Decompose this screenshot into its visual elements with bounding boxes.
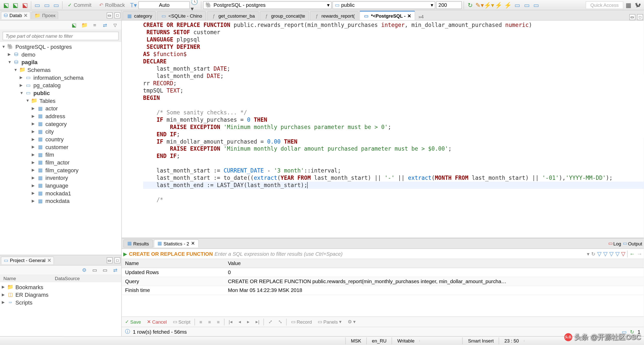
filter2-icon[interactable]: ▽: [603, 250, 608, 257]
table-node[interactable]: ▶▦film: [0, 151, 121, 158]
gear-icon[interactable]: ⚙: [80, 266, 89, 274]
history-icon[interactable]: 🕓▾: [191, 1, 199, 9]
prev-icon[interactable]: ◂: [237, 319, 243, 325]
projects-tab[interactable]: 📁Проек: [31, 11, 58, 19]
script-button[interactable]: ▭ Script: [171, 319, 192, 325]
table-node[interactable]: ▶▦category: [0, 120, 121, 128]
copy-icon[interactable]: ▭: [622, 329, 627, 335]
schema-node[interactable]: ▶▭pg_catalog: [0, 81, 121, 89]
menu-icon[interactable]: ▽: [111, 21, 119, 29]
database-node[interactable]: ▼⛁pagila: [0, 58, 121, 66]
add2-icon[interactable]: ▭: [101, 266, 109, 274]
save-button[interactable]: ✓ Save: [123, 319, 143, 325]
maximize-icon[interactable]: □: [114, 12, 120, 18]
collapse-icon[interactable]: =: [90, 21, 99, 29]
tables-node[interactable]: ▼📁Tables: [0, 97, 121, 105]
output-button[interactable]: ▭Output: [623, 241, 642, 246]
database-navigator-tab[interactable]: ⛁Datab✕: [1, 11, 30, 19]
minimize-icon[interactable]: ▭: [107, 257, 113, 263]
schema-node[interactable]: ▼▭public: [0, 89, 121, 97]
table-node[interactable]: ▶▦city: [0, 127, 121, 135]
edit2-icon[interactable]: ≡: [207, 319, 213, 325]
zoom-out-icon[interactable]: ⤡: [276, 319, 284, 325]
dbeaver-perspective-icon[interactable]: 🐿: [634, 1, 642, 9]
edit1-icon[interactable]: ≡: [198, 319, 204, 325]
editor-tab-category[interactable]: ▦category: [123, 11, 156, 20]
last-icon[interactable]: ▸|: [254, 319, 261, 325]
perspective-icon[interactable]: ▦: [624, 1, 633, 9]
refresh-results-icon[interactable]: ↻: [630, 329, 634, 335]
panels-button[interactable]: ▭ Panels ▾: [316, 319, 343, 325]
bolt2-icon[interactable]: ⚡: [504, 1, 512, 9]
cancel-button[interactable]: ✕ Cancel: [145, 319, 168, 325]
txn-mode-icon[interactable]: T▾: [129, 1, 138, 9]
value-header[interactable]: Value: [224, 259, 644, 268]
results-tab[interactable]: ▦Results: [123, 239, 153, 247]
filter-input[interactable]: Enter a SQL expression to filter results…: [215, 251, 585, 257]
table-node[interactable]: ▶▦mockdata: [0, 197, 121, 205]
close-icon[interactable]: ✕: [47, 257, 51, 263]
statistics-tab[interactable]: ▦Statistics - 2✕: [154, 239, 199, 247]
filter3-icon[interactable]: ▽: [609, 250, 614, 257]
project-general-tab[interactable]: ▭Project - General✕: [1, 256, 54, 264]
more-tabs-button[interactable]: »4: [416, 13, 426, 20]
editor-tab-postgres[interactable]: ▭*<PostgreSQL - ✕: [359, 11, 415, 20]
schema-dropdown[interactable]: ▭public▾: [333, 1, 435, 9]
table-node[interactable]: ▶▦actor: [0, 105, 121, 112]
table-row[interactable]: QueryCREATE OR REPLACE FUNCTION public.r…: [122, 277, 644, 286]
disconnect-icon[interactable]: ⬕: [21, 1, 29, 9]
filter1-icon[interactable]: ▽: [597, 250, 601, 257]
add-icon[interactable]: ▭: [90, 266, 99, 274]
back-icon[interactable]: ←: [629, 250, 635, 257]
export-icon[interactable]: ▭: [513, 1, 521, 9]
maximize-icon[interactable]: □: [637, 14, 643, 20]
forward-icon[interactable]: →: [637, 250, 642, 257]
sql-editor[interactable]: CREATE OR REPLACE FUNCTION public.reward…: [122, 21, 644, 238]
table-row[interactable]: Updated Rows0: [122, 268, 644, 277]
link2-icon[interactable]: ⇄: [111, 266, 119, 274]
sql-recent-icon[interactable]: ▭: [43, 1, 51, 9]
table-node[interactable]: ▶▦mockada1: [0, 189, 121, 197]
table-row[interactable]: Finish timeMon Mar 05 14:22:39 MSK 2018: [122, 286, 644, 295]
compare-icon[interactable]: ▭: [532, 1, 540, 9]
folder-icon[interactable]: 📁: [80, 21, 89, 29]
editor-tab-sqlite[interactable]: ▭<SQLite - Chino: [157, 11, 206, 20]
link-icon[interactable]: ⇄: [101, 21, 109, 29]
editor-tab-func2[interactable]: ƒgroup_concat(te: [260, 11, 309, 20]
import-icon[interactable]: ▭: [522, 1, 531, 9]
schemas-node[interactable]: ▼📁Schemas: [0, 66, 121, 74]
settings-icon[interactable]: ⚙ ▾: [346, 319, 357, 325]
quick-access-button[interactable]: Quick Access: [586, 1, 623, 9]
log-button[interactable]: ▭Log: [608, 241, 621, 246]
sql-editor-icon[interactable]: ▭: [33, 1, 42, 9]
link-editor-icon[interactable]: ⬕: [70, 21, 78, 29]
refresh-icon[interactable]: ↻: [466, 1, 474, 9]
first-icon[interactable]: |◂: [227, 319, 234, 325]
edit3-icon[interactable]: ≡: [215, 319, 221, 325]
table-node[interactable]: ▶▦customer: [0, 143, 121, 151]
commit-button[interactable]: ✓Commit: [64, 1, 95, 9]
bookmarks-node[interactable]: ▶📁Bookmarks: [0, 283, 121, 291]
sql-new-icon[interactable]: ▭: [52, 1, 60, 9]
record-button[interactable]: ▭ Record: [289, 319, 313, 325]
close-icon[interactable]: ✕: [191, 241, 195, 246]
zoom-in-icon[interactable]: ⤢: [267, 319, 274, 325]
table-node[interactable]: ▶▦address: [0, 112, 121, 120]
rollback-button[interactable]: ↶Rollback: [96, 1, 128, 9]
minimize-icon[interactable]: ▭: [629, 14, 635, 20]
schema-node[interactable]: ▶▭information_schema: [0, 74, 121, 81]
editor-tab-func1[interactable]: ƒget_customer_ba: [207, 11, 259, 20]
editor-tab-func3[interactable]: ƒrewards_report(: [310, 11, 359, 20]
table-node[interactable]: ▶▦inventory: [0, 174, 121, 182]
connect-icon[interactable]: ⬕: [2, 1, 10, 9]
stop-icon[interactable]: ✎▾: [475, 1, 484, 9]
er-diagrams-node[interactable]: ▶◫ER Diagrams: [0, 291, 121, 298]
scripts-node[interactable]: ▶⎃Scripts: [0, 298, 121, 306]
maximize-icon[interactable]: □: [114, 257, 120, 263]
connection-node[interactable]: ▼🐘PostgreSQL - postgres: [0, 43, 121, 51]
minimize-icon[interactable]: ▭: [107, 12, 113, 18]
name-header[interactable]: Name: [122, 259, 225, 268]
bolt-icon[interactable]: ⚡: [494, 1, 503, 9]
close-icon[interactable]: ✕: [407, 13, 411, 19]
close-icon[interactable]: ✕: [24, 13, 27, 18]
